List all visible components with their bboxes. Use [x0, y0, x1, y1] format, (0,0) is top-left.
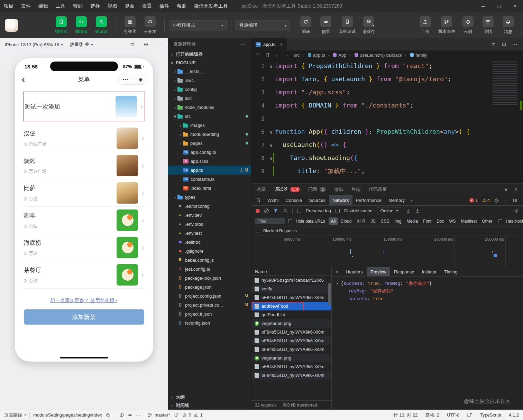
blocked-requests-checkbox[interactable] — [256, 229, 260, 233]
menu-item[interactable]: 视图 — [104, 0, 121, 12]
filter-pill[interactable]: All — [329, 217, 338, 225]
tree-item[interactable]: J jest.config.ts — [168, 264, 251, 273]
menu-item[interactable]: 微信开发者工具 — [190, 0, 232, 12]
menu-item[interactable]: 项目 — [0, 0, 17, 12]
explorer-section[interactable]: › 大纲 — [168, 393, 251, 401]
tree-item[interactable]: {} tsconfig.json — [168, 318, 251, 327]
menu-item[interactable]: 帮助 — [173, 0, 190, 12]
preview-button[interactable]: 预览 — [316, 16, 336, 35]
maximize-button[interactable]: □ — [491, 0, 507, 12]
filter-pill[interactable]: Manifest — [459, 217, 479, 225]
project-root-section[interactable]: ∨ PICGLUE — [168, 58, 251, 67]
ts-version[interactable]: 4.1.2 — [509, 412, 519, 418]
device-debug-button[interactable]: 真机调试 — [336, 16, 359, 35]
network-request-row[interactable]: oF84s5GI1U_nyIWYA9k6-Xi0m — [251, 336, 331, 345]
network-request-row[interactable]: vegetarian.png — [251, 354, 331, 362]
network-settings-icon[interactable] — [514, 208, 519, 213]
network-request-row[interactable]: hy598PSbsgxm7cebba0f120c6 — [251, 276, 331, 284]
panel-tab[interactable]: 构建 — [257, 184, 266, 195]
preview-json-tree[interactable]: ▾ {success: true, resMsg: "保存成功"}resMsg:… — [332, 277, 523, 410]
filter-pill[interactable]: JS — [368, 217, 378, 225]
bookmark-icon[interactable] — [265, 53, 270, 57]
explorer-section[interactable]: › 时间线 — [168, 401, 251, 410]
tree-item[interactable]: <> index.html — [168, 184, 251, 193]
page-path-selector[interactable]: 页面路径 ▾ — [4, 412, 26, 418]
debugger-tool-button[interactable]: 调试器 — [91, 16, 111, 35]
menu-item[interactable]: 选择 — [86, 0, 104, 12]
problems-indicator[interactable]: 0 1 — [182, 412, 203, 418]
user-avatar[interactable] — [5, 19, 18, 32]
filter-pill[interactable]: Cloud — [338, 217, 354, 225]
tree-item[interactable]: ≡ .env.prod — [168, 220, 251, 228]
tree-item[interactable]: S app.scss — [168, 157, 251, 166]
menu-item[interactable]: 界面 — [121, 0, 138, 12]
network-request-row[interactable]: vegetarian.png — [251, 319, 331, 328]
menu-item[interactable]: 工具 — [52, 0, 69, 12]
network-request-row[interactable]: getFoodList — [251, 310, 331, 319]
search-icon[interactable] — [283, 208, 288, 213]
tree-item[interactable]: › types — [168, 193, 251, 202]
filter-funnel-icon[interactable] — [273, 208, 278, 213]
add-dish-button[interactable]: 添加新菜 — [24, 309, 144, 325]
breadcrumb-item[interactable]: useLaunch() callback — [347, 53, 402, 58]
detail-tab[interactable]: Preview — [367, 267, 390, 276]
breadcrumb-item[interactable]: family — [402, 53, 427, 58]
throttling-select[interactable]: Online ▾ — [377, 207, 402, 214]
code-editor[interactable]: 1∨import { PropsWithChildren } from "rea… — [251, 59, 523, 183]
devtools-settings-icon[interactable] — [494, 198, 499, 203]
cursor-position[interactable]: 行 13, 列 22 — [394, 412, 418, 418]
minimap[interactable] — [493, 61, 517, 105]
capsule-more-icon[interactable]: ⋯ — [118, 76, 133, 83]
menu-item[interactable]: 文件 — [17, 0, 35, 12]
list-item[interactable]: 测试一次添加 › — [23, 92, 145, 121]
page-visibility-icon[interactable] — [128, 413, 132, 418]
nav-back-icon[interactable]: ← — [275, 53, 279, 58]
network-request-row[interactable]: oF84s5GI1U_nyIWYA9k6-Xi0m — [251, 362, 331, 371]
devtools-tab[interactable]: Sources — [305, 195, 329, 205]
tree-item[interactable]: ◉ .eslintrc — [168, 237, 251, 246]
more-icon[interactable]: ⋯ — [512, 41, 517, 48]
overview-ruler[interactable] — [519, 59, 523, 183]
cloud-test-button[interactable]: 云测 — [458, 16, 478, 35]
compile-mode-select[interactable]: 普通编译 ▾ — [236, 20, 290, 30]
console-error-count[interactable]: × 1 — [469, 198, 478, 203]
record-button[interactable] — [256, 209, 260, 213]
devtools-tab[interactable]: Performance — [352, 195, 385, 205]
open-editors-section[interactable]: › 打开的编辑器 — [168, 50, 251, 58]
tree-item[interactable]: ≡ .env.test — [168, 228, 251, 237]
sim-refresh-button[interactable] — [130, 42, 135, 47]
name-column-header[interactable]: Name — [251, 267, 331, 276]
git-branch-indicator[interactable]: master* — [148, 412, 170, 418]
list-item[interactable]: 烧烤 万达广场 › — [24, 152, 144, 179]
mode-select[interactable]: 小程序模式 ▾ — [169, 20, 227, 30]
menu-item[interactable]: 设置 — [138, 0, 156, 12]
dock-side-icon[interactable] — [513, 198, 517, 203]
more-options-icon[interactable]: ⋮ — [504, 198, 508, 203]
filter-pill[interactable]: Media — [404, 217, 420, 225]
tree-item[interactable]: TS app.config.ts — [168, 148, 251, 157]
version-control-button[interactable]: 版本管理 — [435, 16, 458, 35]
collapse-panel-icon[interactable]: ∧ — [504, 187, 508, 192]
detail-tab[interactable]: Headers — [342, 267, 367, 276]
more-icon[interactable]: ⋯ — [136, 412, 140, 418]
import-har-icon[interactable] — [406, 208, 411, 213]
tree-item[interactable]: › images — [168, 121, 251, 130]
list-item[interactable]: 比萨 万达 › — [24, 179, 144, 207]
details-button[interactable]: 详情 — [478, 16, 498, 35]
filter-pill[interactable]: XHR — [354, 217, 368, 225]
filter-pill[interactable]: Img — [392, 217, 404, 225]
more-icon[interactable]: ⋯ — [240, 41, 246, 47]
panel-tab[interactable]: 终端 — [351, 184, 360, 195]
filter-pill[interactable]: Doc — [434, 217, 446, 225]
close-button[interactable]: × — [507, 0, 523, 12]
console-warning-count[interactable]: ⚠ 4 — [482, 198, 490, 203]
minimize-button[interactable]: ─ — [475, 0, 491, 12]
network-request-row[interactable]: oF84s5GI1U_nyIWYA9k6-Xi0m — [251, 345, 331, 354]
tree-item[interactable]: {} project.private.co... M — [168, 300, 251, 309]
menu-item[interactable]: 插件 — [156, 0, 173, 12]
filter-pill[interactable]: CSS — [378, 217, 392, 225]
upload-button[interactable]: 上传 — [415, 16, 435, 35]
sim-more-button[interactable]: ⋯ — [157, 41, 163, 48]
tree-item[interactable]: {} project.config.json M — [168, 291, 251, 300]
tree-item[interactable]: › node_modules — [168, 103, 251, 112]
